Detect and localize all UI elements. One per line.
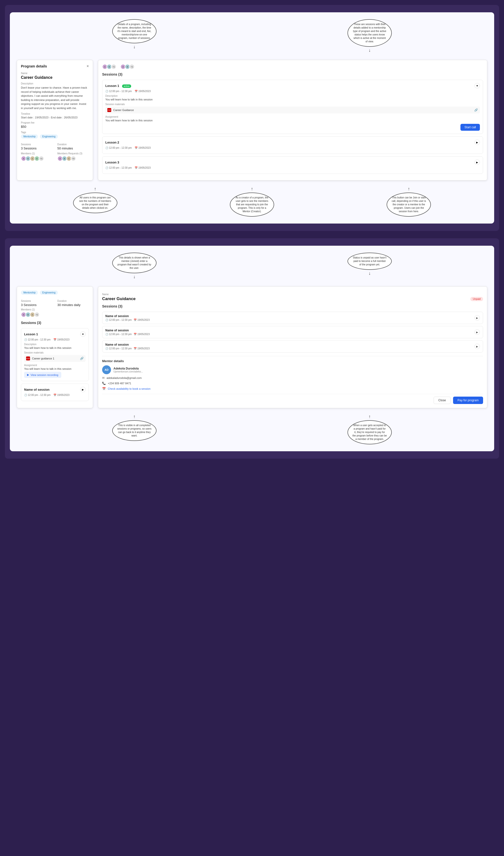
tags-field: Tags Mentorship Engineering (21, 131, 89, 139)
timeline-field: Timeline Start date : 19/05/2023 - End d… (21, 112, 89, 119)
lesson-3-header: Lesson 3 ▶ (105, 160, 480, 165)
s2-lesson-1-desc: You will learn how to talk in this sessi… (24, 346, 86, 349)
mentor-phone: +234 909 487 8471 (108, 382, 131, 385)
s2-session-2-name: Name of session (24, 388, 50, 391)
s2-right-s1-name: Name of session (105, 315, 150, 318)
lesson-3-expand-btn[interactable]: ▶ (474, 160, 480, 165)
s2-right-s2-expand[interactable]: ▶ (474, 329, 480, 335)
annotation-top-left: Details of a program, including the name… (112, 19, 157, 43)
timeline-label: Timeline (21, 112, 89, 115)
members-label: Members (1) (21, 152, 52, 155)
s2-sessions-col: Sessions 3 Sessions (21, 297, 52, 307)
s2-annotation-bottom-left: This is visible in all completed session… (112, 420, 157, 441)
mentor-info-row: AD Adekola Durodola Upmentorson.com/adek… (102, 365, 483, 374)
s2-tag-engineering: Engineering (40, 290, 58, 295)
s2-lesson-1-expand[interactable]: ▼ (80, 332, 86, 337)
lesson-1-desc: You will learn how to talk in this sessi… (105, 98, 480, 101)
s2-right-session-3: Name of session 🕐 12:00 pm - 12:30 pm 📅 … (102, 340, 483, 353)
lesson-2-expand-btn[interactable]: ▶ (474, 140, 480, 145)
mentor-section-title: Mentor details (102, 359, 483, 363)
s2-name-label: Name (102, 293, 483, 296)
lesson-2-name: Lesson 2 (105, 141, 119, 144)
lesson-1-name: Lesson 1 (105, 84, 119, 88)
video-icon: ▶ (27, 373, 29, 376)
s2-material-row: PDF Career guidance 1 🔗 (24, 355, 86, 362)
s2-right-s3-name: Name of session (105, 343, 150, 346)
arrow-down-right: ↓ (368, 48, 371, 53)
s2-annotation-top-left-container: This details is shown when a mentee (Joi… (112, 253, 157, 281)
s2-pdf-icon: PDF (26, 356, 30, 360)
s2-annotation-top-right: Status is unpaid as user hasn't paid to … (347, 253, 392, 270)
view-recording-button[interactable]: ▶ View session recording (24, 372, 61, 378)
s2-avatar-count[interactable]: +1 (34, 312, 40, 317)
s2-avatar-count[interactable]: +1 (129, 64, 134, 69)
s2-duration-value: 30 minutes daily (57, 303, 89, 307)
s2-right-s2-name: Name of session (105, 329, 150, 332)
availability-row: 📅 Check availability to book a session (102, 387, 483, 390)
s2-duration-label: Duration (57, 300, 89, 302)
req-avatar-count[interactable]: +3 (71, 156, 76, 161)
s2-tag-mentorship: Mentorship (21, 290, 38, 295)
calendar-icon-2: 📅 (134, 146, 138, 149)
description-field: Description Don't leave your career to c… (21, 82, 89, 110)
availability-link[interactable]: Check availability to book a session (108, 387, 150, 390)
lesson-1-expand-btn[interactable]: ▼ (474, 83, 480, 88)
s2-cal-1: 📅 (53, 338, 56, 341)
arrow-up-left: ↑ (94, 186, 96, 192)
link-icon[interactable]: 🔗 (474, 108, 478, 112)
s2-sessions-label: Sessions (21, 300, 52, 302)
s2-members-avatars: A B C +1 (21, 312, 89, 317)
annotation-top-right-container: These are sessions with their details ad… (347, 19, 392, 54)
mentor-avatar: AD (102, 365, 111, 374)
mentor-name: Adekola Durodola (113, 367, 143, 370)
s2-assignment-label: Assignment (24, 364, 86, 367)
s2-annotation-top-right-container: Status is unpaid as user hasn't paid to … (347, 253, 392, 281)
tags-label: Tags (21, 131, 89, 134)
lesson-1-item: Lesson 1 active ▼ 🕐12:00 pm - 12:30 pm 📅… (102, 80, 483, 134)
s2-members-row: Members (1) A B C +1 (21, 308, 89, 317)
s2-right-s1-expand[interactable]: ▶ (474, 315, 480, 321)
s-avatar-count[interactable]: +1 (111, 64, 116, 69)
s2-top-annotations: This details is shown when a mentee (Joi… (17, 253, 487, 281)
fee-label: Program fee (21, 121, 89, 124)
lesson-2-header: Lesson 2 ▶ (105, 140, 480, 145)
duration-col: Duration 50 minutes (57, 141, 89, 150)
arrow-down-left: ↓ (133, 44, 136, 50)
s2-session-2-expand[interactable]: ▶ (80, 387, 86, 392)
timeline-value: Start date : 19/05/2023 - End date : 26/… (21, 116, 89, 119)
material-row-1: PDF Career Guidance 🔗 (105, 107, 480, 113)
s2-annotation-top-left: This details is shown when a mentee (Joi… (112, 253, 157, 273)
s2-lesson-1-name: Lesson 1 (24, 332, 38, 336)
clock-icon: 🕐 (105, 90, 108, 93)
start-call-button[interactable]: Start call (461, 124, 480, 131)
s2-link-icon[interactable]: 🔗 (80, 357, 84, 360)
mentor-url: Upmentorson.com/adeko... (113, 370, 143, 373)
s2-lesson-1-time: 🕐12:00 pm - 12:30 pm (24, 338, 51, 341)
s2-name-field: Name Career Guidance Unpaid (102, 293, 483, 301)
sessions-panel: A B +1 A B +1 Sessions (3) Lesso (98, 60, 487, 180)
sessions-label: Sessions (21, 143, 52, 146)
sessions-duration-row: Sessions 3 Sessions Duration 50 minutes (21, 141, 89, 150)
panel-close-button[interactable]: × (87, 64, 89, 68)
description-label: Description (21, 82, 89, 85)
avatar-count[interactable]: +1 (39, 156, 44, 161)
lesson-3-time: 🕐12:00 pm - 12:30 pm (105, 166, 132, 169)
s2-materials-label: Session materials (24, 351, 86, 354)
pay-for-program-button[interactable]: Pay for program (453, 397, 483, 404)
s2-right-panel: Name Career Guidance Unpaid Sessions (3)… (98, 286, 487, 408)
mentor-name-block: Adekola Durodola Upmentorson.com/adeko..… (113, 367, 143, 373)
close-panel-button[interactable]: Close (434, 397, 451, 404)
mentor-details-section: Mentor details AD Adekola Durodola Upmen… (102, 356, 483, 390)
lesson-3-meta: 🕐12:00 pm - 12:30 pm 📅19/05/2023 (105, 166, 480, 169)
s2-annot-bottom-left-container: ↑ This is visible in all completed sessi… (112, 413, 157, 444)
annotation-bottom-right-container: ↑ As a creator of a program, the user ge… (230, 185, 274, 217)
s2-clock-2: 🕐 (24, 394, 27, 396)
annotation-bottom-left: All users in this program can see the nu… (73, 193, 118, 213)
lesson-1-name-row: Lesson 1 active (105, 84, 131, 88)
s2-right-s3-expand[interactable]: ▶ (474, 344, 480, 349)
s2-right-s2-info: Name of session 🕐 12:00 pm - 12:30 pm 📅 … (105, 329, 150, 336)
s2-annotation-bottom-right: When a user gets accepted to a program a… (347, 420, 392, 444)
duration-value: 50 minutes (57, 146, 89, 150)
s2-duration-col: Duration 30 minutes daily (57, 297, 89, 307)
mentor-email-row: ✉ adekaladurodola@gmail.com (102, 376, 483, 380)
